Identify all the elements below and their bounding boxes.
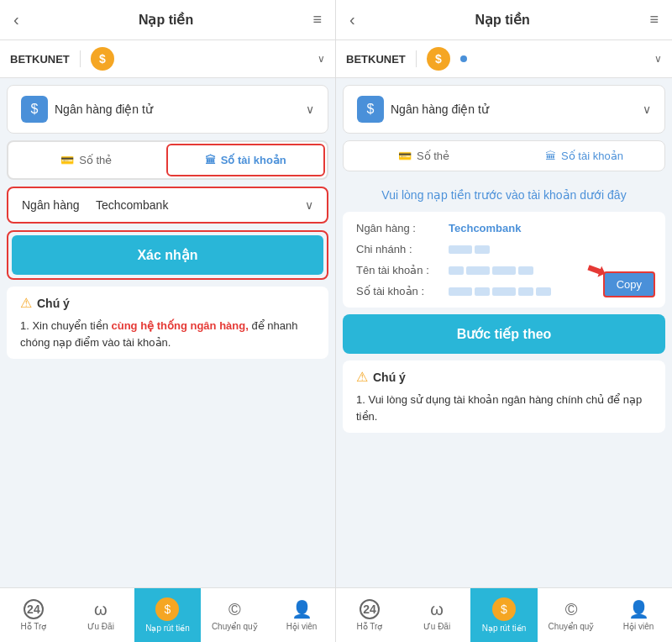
blur-10 — [518, 287, 533, 296]
right-method-icon: $ — [357, 96, 384, 123]
left-confirm-button[interactable]: Xác nhận — [12, 235, 323, 275]
left-nav-uudai[interactable]: ω Ưu Đãi — [67, 588, 134, 642]
right-menu-icon[interactable]: ≡ — [649, 11, 659, 29]
blur-4 — [466, 266, 490, 275]
blur-6 — [518, 266, 533, 275]
left-nav-hotro[interactable]: 24 Hỗ Trợ — [0, 588, 67, 642]
right-tab-so-the[interactable]: 💳 Số thẻ — [344, 141, 504, 171]
left-nav-nap-label: Nạp rút tiền — [145, 624, 190, 633]
right-coin-icon: $ — [427, 47, 450, 71]
right-content: $ Ngân hàng điện tử ∨ 💳 Số thẻ 🏛 Số tài … — [336, 78, 672, 642]
right-ten-tk-label: Tên tài khoản : — [356, 264, 449, 276]
left-confirm-wrap: Xác nhận — [7, 230, 328, 280]
right-card-icon: 💳 — [398, 150, 412, 162]
left-menu-icon[interactable]: ≡ — [312, 11, 322, 29]
right-next-button[interactable]: Bước tiếp theo — [343, 314, 665, 354]
left-bank-value: Techcombank — [96, 198, 298, 212]
left-note-section: ⚠ Chú ý 1. Xin chuyển tiền cùng hệ thống… — [7, 287, 328, 359]
right-dollar-icon: $ — [367, 102, 375, 117]
right-nav-chuyenquy[interactable]: © Chuyển quỹ — [538, 588, 605, 642]
right-bank-ngan-hang-row: Ngân hàng : Techcombank — [356, 222, 652, 234]
left-brand-name: BETKUNET — [10, 53, 70, 66]
right-tabs: 💳 Số thẻ 🏛 Số tài khoản — [343, 140, 665, 171]
right-nav-hoivien[interactable]: 👤 Hội viên — [605, 588, 672, 642]
right-nav-hoivien-label: Hội viên — [623, 622, 654, 631]
right-header: ‹ Nạp tiền ≡ — [336, 0, 672, 40]
right-brand-name: BETKUNET — [346, 53, 406, 66]
left-method-label: Ngân hàng điện tử — [55, 103, 299, 116]
left-brand-separator — [80, 50, 81, 67]
left-nav-uudai-icon: ω — [94, 600, 108, 619]
blur-3 — [449, 266, 464, 275]
left-nav-chuyenquy-icon: © — [228, 600, 241, 619]
left-nav-hoivien[interactable]: 👤 Hội viên — [268, 588, 335, 642]
right-active-dot — [460, 55, 467, 62]
left-panel: ‹ Nạp tiền ≡ BETKUNET $ ∨ $ Ngân hàng đi… — [0, 0, 336, 642]
left-nav-nap[interactable]: $ Nạp rút tiền — [134, 588, 202, 642]
right-note-section: ⚠ Chú ý 1. Vui lòng sử dụng tài khoản ng… — [343, 360, 665, 433]
right-so-tk-label: Số tài khoản : — [356, 285, 449, 297]
right-nav-nap-label: Nạp rút tiền — [482, 624, 527, 633]
right-nav-chuyenquy-label: Chuyển quỹ — [549, 622, 595, 631]
left-warning-icon: ⚠ — [20, 295, 32, 311]
left-method-icon: $ — [21, 96, 48, 123]
left-content: $ Ngân hàng điện tử ∨ 💳 Số thẻ 🏛 Số tài … — [0, 78, 335, 642]
left-bank-row: Ngân hàng Techcombank ∨ — [22, 198, 313, 212]
right-method-selector[interactable]: $ Ngân hàng điện tử ∨ — [343, 85, 665, 134]
right-method-label: Ngân hàng điện tử — [391, 103, 636, 116]
left-back-button[interactable]: ‹ — [13, 10, 19, 29]
blur-9 — [492, 287, 516, 296]
right-ten-tk-value — [449, 266, 533, 275]
right-nav-chuyenquy-icon: © — [565, 600, 578, 619]
left-tab-so-tai-khoan[interactable]: 🏛 Số tài khoản — [166, 144, 326, 176]
right-tab-so-tai-khoan-label: Số tài khoản — [561, 150, 623, 162]
right-nav-uudai[interactable]: ω Ưu Đãi — [403, 588, 470, 642]
right-note-title: Chú ý — [373, 371, 406, 384]
left-method-arrow-icon: ∨ — [306, 103, 314, 116]
left-nav-nap-icon: $ — [155, 597, 179, 621]
left-header: ‹ Nạp tiền ≡ — [0, 0, 335, 40]
right-nav-hotro-icon: 24 — [360, 599, 380, 619]
right-bottom-nav: 24 Hỗ Trợ ω Ưu Đãi $ Nạp rút tiền © Chuy… — [336, 587, 672, 642]
left-tabs: 💳 Số thẻ 🏛 Số tài khoản — [7, 140, 328, 180]
left-note-title: Chú ý — [37, 297, 70, 310]
left-brand-bar: BETKUNET $ ∨ — [0, 40, 335, 78]
left-nav-uudai-label: Ưu Đãi — [87, 622, 114, 631]
right-brand-separator — [416, 50, 417, 67]
right-brand-dropdown[interactable]: ∨ — [654, 53, 662, 65]
right-nav-nap-icon: $ — [492, 597, 516, 621]
right-nav-uudai-label: Ưu Đãi — [423, 622, 450, 631]
left-nav-hoivien-label: Hội viên — [286, 622, 318, 631]
right-note-header: ⚠ Chú ý — [356, 369, 652, 385]
left-bank-dropdown-icon[interactable]: ∨ — [305, 198, 313, 212]
right-copy-button[interactable]: Copy — [603, 271, 655, 297]
left-bank-icon: 🏛 — [205, 154, 216, 166]
right-brand-bar: BETKUNET $ ∨ — [336, 40, 672, 78]
left-brand-dropdown[interactable]: ∨ — [318, 53, 325, 65]
left-tab-so-tai-khoan-label: Số tài khoản — [221, 154, 286, 166]
left-bank-form: Ngân hàng Techcombank ∨ — [7, 187, 328, 224]
left-note-text: 1. Xin chuyển tiền cùng hệ thống ngân hà… — [20, 318, 315, 350]
left-nav-hoivien-icon: 👤 — [291, 599, 312, 619]
right-warning-icon: ⚠ — [356, 369, 368, 385]
left-nav-chuyenquy-label: Chuyển quỹ — [212, 622, 258, 631]
left-nav-chuyenquy[interactable]: © Chuyển quỹ — [201, 588, 268, 642]
blur-8 — [475, 287, 490, 296]
right-ngan-hang-value: Techcombank — [449, 222, 521, 234]
right-so-tk-value — [449, 287, 551, 296]
left-method-selector[interactable]: $ Ngân hàng điện tử ∨ — [7, 85, 328, 134]
right-method-arrow-icon: ∨ — [643, 103, 651, 116]
right-chi-nhanh-value — [449, 245, 490, 254]
left-tab-so-the[interactable]: 💳 Số thẻ — [8, 142, 165, 178]
right-nav-hotro[interactable]: 24 Hỗ Trợ — [336, 588, 403, 642]
right-nav-hotro-label: Hỗ Trợ — [357, 622, 383, 631]
right-note-text: 1. Vui lòng sử dụng tài khoản ngân hàng … — [356, 392, 652, 424]
left-page-title: Nạp tiền — [139, 12, 193, 28]
right-chi-nhanh-row: Chi nhánh : — [356, 243, 652, 255]
blur-11 — [536, 287, 551, 296]
right-back-button[interactable]: ‹ — [349, 10, 355, 29]
right-tab-so-tai-khoan[interactable]: 🏛 Số tài khoản — [504, 141, 664, 171]
left-nav-hotro-label: Hỗ Trợ — [20, 622, 46, 631]
right-nav-nap[interactable]: $ Nạp rút tiền — [470, 588, 538, 642]
left-note-header: ⚠ Chú ý — [20, 295, 315, 311]
